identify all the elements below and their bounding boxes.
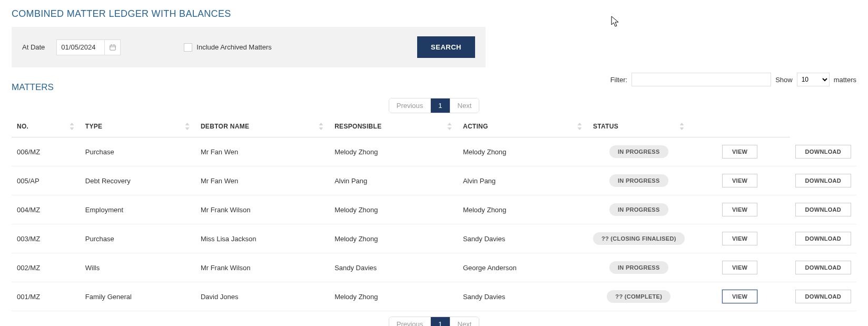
sort-icon: [447, 123, 452, 132]
cell-no: 001/MZ: [12, 282, 80, 311]
svg-marker-10: [447, 123, 451, 125]
cell-responsible: Melody Zhong: [329, 224, 458, 253]
svg-marker-8: [319, 123, 323, 125]
cell-status: IN PROGRESS: [588, 195, 690, 224]
col-actions: [690, 117, 790, 137]
col-acting[interactable]: ACTING: [458, 117, 588, 137]
col-type[interactable]: TYPE: [80, 117, 195, 137]
col-responsible[interactable]: RESPONSIBLE: [329, 117, 458, 137]
cell-no: 004/MZ: [12, 195, 80, 224]
status-badge: IN PROGRESS: [609, 174, 668, 187]
show-label: Show: [775, 76, 793, 84]
view-button[interactable]: VIEW: [722, 290, 757, 303]
status-badge: IN PROGRESS: [609, 145, 668, 158]
table-row: 006/MZPurchaseMr Fan WenMelody ZhongMelo…: [12, 137, 856, 166]
cell-acting: Melody Zhong: [458, 195, 588, 224]
status-badge: IN PROGRESS: [609, 261, 668, 274]
svg-marker-12: [577, 123, 581, 125]
status-badge: IN PROGRESS: [609, 203, 668, 216]
svg-marker-14: [679, 123, 684, 125]
view-button[interactable]: VIEW: [722, 232, 757, 245]
cell-no: 003/MZ: [12, 224, 80, 253]
cell-responsible: Sandy Davies: [329, 253, 458, 282]
cell-acting: Sandy Davies: [458, 224, 588, 253]
view-button[interactable]: VIEW: [722, 203, 757, 216]
pager-top: Previous 1 Next: [12, 98, 856, 113]
cell-responsible: Melody Zhong: [329, 282, 458, 311]
status-badge: ?? (CLOSING FINALISED): [593, 232, 685, 245]
filter-controls: Filter: Show 10 matters: [610, 73, 856, 86]
table-row: 003/MZPurchaseMiss Lisa JacksonMelody Zh…: [12, 224, 856, 253]
at-date-input[interactable]: [56, 39, 105, 55]
download-button[interactable]: DOWNLOAD: [795, 174, 851, 187]
pager-page-1[interactable]: 1: [431, 98, 450, 113]
svg-rect-0: [110, 45, 116, 50]
col-no-label: NO.: [17, 123, 28, 130]
pager-previous[interactable]: Previous: [389, 98, 431, 113]
cell-type: Purchase: [80, 137, 195, 166]
cell-status: IN PROGRESS: [588, 253, 690, 282]
filter-input[interactable]: [632, 73, 771, 86]
cell-type: Family General: [80, 282, 195, 311]
cell-debtor: David Jones: [195, 282, 329, 311]
cell-responsible: Melody Zhong: [329, 195, 458, 224]
download-button[interactable]: DOWNLOAD: [795, 145, 851, 159]
status-badge: ?? (COMPLETE): [607, 290, 670, 303]
view-button[interactable]: VIEW: [722, 145, 757, 159]
col-status[interactable]: STATUS: [588, 117, 690, 137]
sort-icon: [679, 123, 685, 132]
svg-marker-5: [70, 127, 74, 130]
at-date-label: At Date: [22, 43, 45, 51]
search-button[interactable]: SEARCH: [417, 36, 475, 58]
sort-icon: [69, 123, 75, 132]
cell-responsible: Melody Zhong: [329, 137, 458, 166]
view-button[interactable]: VIEW: [722, 261, 757, 274]
svg-marker-13: [577, 127, 581, 130]
col-responsible-label: RESPONSIBLE: [334, 123, 381, 130]
cell-acting: Sandy Davies: [458, 282, 588, 311]
cell-no: 006/MZ: [12, 137, 80, 166]
col-debtor[interactable]: DEBTOR NAME: [195, 117, 329, 137]
sort-icon: [577, 123, 583, 132]
filter-label: Filter:: [610, 76, 628, 84]
cell-debtor: Mr Frank Wilson: [195, 253, 329, 282]
cell-no: 005/AP: [12, 166, 80, 195]
svg-marker-11: [447, 127, 451, 130]
col-no[interactable]: NO.: [12, 117, 80, 137]
cell-no: 002/MZ: [12, 253, 80, 282]
pager-next[interactable]: Next: [450, 317, 479, 326]
table-row: 002/MZWillsMr Frank WilsonSandy DaviesGe…: [12, 253, 856, 282]
show-select[interactable]: 10: [797, 73, 830, 86]
cell-responsible: Alvin Pang: [329, 166, 458, 195]
cell-status: ?? (CLOSING FINALISED): [588, 224, 690, 253]
cell-acting: Melody Zhong: [458, 137, 588, 166]
show-suffix: matters: [834, 76, 856, 84]
sort-icon: [318, 123, 324, 132]
matters-table: NO. TYPE DEBTOR NAME RESPONSIBLE ACTING …: [12, 117, 856, 311]
cell-debtor: Miss Lisa Jackson: [195, 224, 329, 253]
cell-status: IN PROGRESS: [588, 137, 690, 166]
include-archived-checkbox[interactable]: [184, 43, 192, 52]
pager-next[interactable]: Next: [450, 98, 479, 113]
cell-acting: George Anderson: [458, 253, 588, 282]
calendar-icon[interactable]: [105, 39, 121, 55]
col-debtor-label: DEBTOR NAME: [201, 123, 249, 130]
cell-type: Wills: [80, 253, 195, 282]
include-archived-label: Include Archived Matters: [196, 43, 271, 51]
col-status-label: STATUS: [593, 123, 618, 130]
col-acting-label: ACTING: [463, 123, 488, 130]
view-button[interactable]: VIEW: [722, 174, 757, 187]
download-button[interactable]: DOWNLOAD: [795, 232, 851, 245]
download-button[interactable]: DOWNLOAD: [795, 261, 851, 274]
svg-marker-9: [319, 127, 323, 130]
cell-debtor: Mr Frank Wilson: [195, 195, 329, 224]
pager-previous[interactable]: Previous: [389, 317, 431, 326]
pager-page-1[interactable]: 1: [431, 317, 450, 326]
download-button[interactable]: DOWNLOAD: [795, 290, 851, 303]
svg-marker-6: [185, 123, 189, 125]
col-type-label: TYPE: [85, 123, 103, 130]
download-button[interactable]: DOWNLOAD: [795, 203, 851, 216]
cell-acting: Alvin Pang: [458, 166, 588, 195]
svg-marker-7: [185, 127, 189, 130]
at-date-field: [56, 39, 121, 55]
